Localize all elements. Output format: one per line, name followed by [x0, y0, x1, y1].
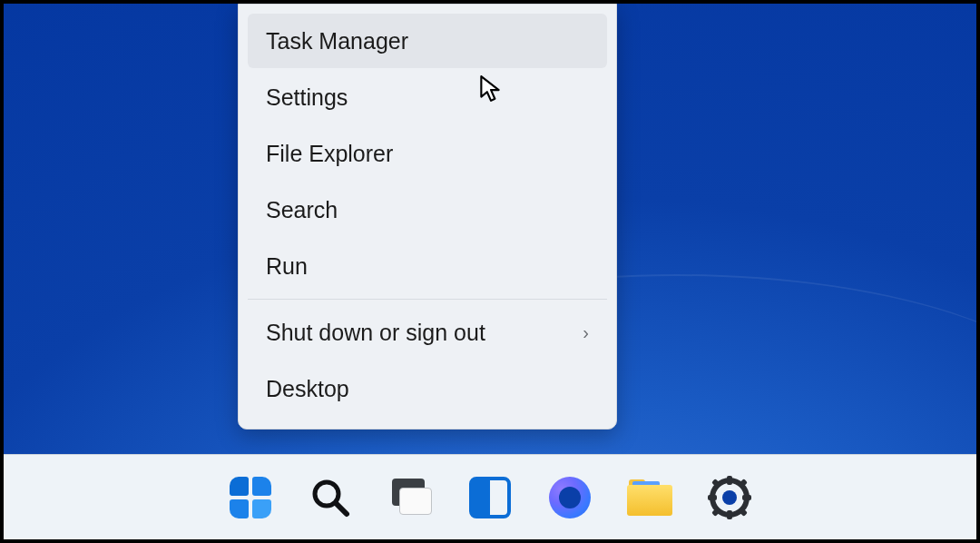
- winx-context-menu: Task Manager Settings File Explorer Sear…: [238, 4, 617, 429]
- menu-item-label: Run: [266, 253, 308, 280]
- svg-line-1: [336, 503, 347, 514]
- start-button[interactable]: [226, 473, 275, 522]
- menu-item-label: File Explorer: [266, 141, 393, 167]
- settings-button[interactable]: [705, 473, 754, 522]
- menu-item-label: Shut down or sign out: [266, 320, 485, 346]
- search-button[interactable]: [306, 473, 355, 522]
- task-view-icon: [388, 479, 432, 517]
- cursor-icon: [480, 75, 500, 103]
- gear-icon: [708, 476, 751, 519]
- menu-item-run[interactable]: Run: [248, 239, 607, 293]
- menu-item-label: Search: [266, 197, 338, 223]
- chat-button[interactable]: [545, 473, 594, 522]
- svg-rect-4: [727, 510, 732, 519]
- menu-item-label: Desktop: [266, 376, 349, 402]
- svg-rect-5: [708, 495, 717, 500]
- search-icon: [309, 477, 351, 518]
- task-view-button[interactable]: [386, 473, 435, 522]
- chevron-right-icon: ›: [583, 322, 589, 343]
- widgets-button[interactable]: [466, 473, 514, 522]
- menu-item-settings[interactable]: Settings: [248, 70, 607, 124]
- menu-item-label: Task Manager: [266, 28, 408, 54]
- folder-icon: [627, 479, 672, 516]
- menu-item-file-explorer[interactable]: File Explorer: [248, 126, 607, 181]
- menu-item-task-manager[interactable]: Task Manager: [248, 14, 607, 68]
- svg-point-2: [722, 490, 737, 505]
- menu-item-shutdown-signout[interactable]: Shut down or sign out ›: [248, 305, 607, 360]
- widgets-icon: [469, 477, 511, 518]
- file-explorer-button[interactable]: [625, 473, 674, 522]
- menu-divider: [248, 299, 607, 300]
- taskbar: [4, 454, 976, 539]
- menu-item-search[interactable]: Search: [248, 183, 607, 237]
- menu-item-label: Settings: [266, 84, 348, 111]
- start-icon: [230, 477, 271, 518]
- svg-rect-6: [742, 495, 751, 500]
- svg-rect-3: [727, 476, 732, 485]
- chat-icon: [549, 477, 591, 518]
- menu-item-desktop[interactable]: Desktop: [248, 361, 607, 416]
